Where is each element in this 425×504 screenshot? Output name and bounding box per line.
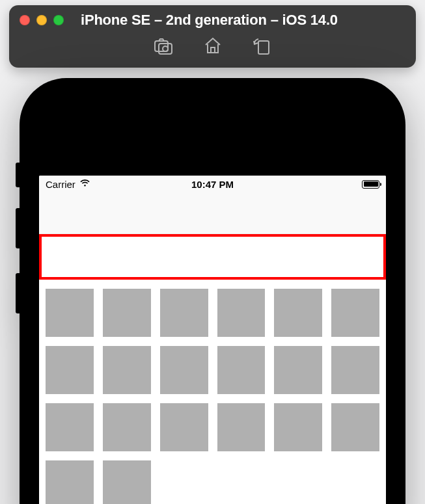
- collection-cell[interactable]: [217, 403, 266, 451]
- collection-cell[interactable]: [331, 289, 379, 337]
- clock: 10:47 PM: [157, 179, 268, 190]
- device-frame-shadow: Carrier 10:47 PM: [20, 78, 405, 504]
- collection-cell[interactable]: [274, 403, 322, 451]
- collection-cell[interactable]: [103, 346, 151, 394]
- home-button[interactable]: [202, 36, 224, 58]
- svg-rect-3: [211, 47, 215, 53]
- svg-point-2: [163, 46, 168, 51]
- simulator-toolbar: [18, 31, 407, 62]
- collection-cell[interactable]: [103, 289, 151, 337]
- home-icon: [202, 35, 223, 59]
- collection-cell[interactable]: [274, 289, 322, 337]
- device-frame: Carrier 10:47 PM: [20, 78, 405, 504]
- collection-cell[interactable]: [46, 289, 94, 337]
- silence-switch[interactable]: [16, 163, 20, 187]
- collection-cell[interactable]: [217, 346, 266, 394]
- simulator-panel: iPhone SE – 2nd generation – iOS 14.0: [9, 5, 416, 68]
- screenshot-button[interactable]: [152, 36, 174, 58]
- collection-cell[interactable]: [103, 403, 151, 451]
- collection-cell[interactable]: [160, 346, 208, 394]
- device-screen: Carrier 10:47 PM: [39, 176, 386, 504]
- collection-cell[interactable]: [274, 346, 322, 394]
- status-bar: Carrier 10:47 PM: [39, 176, 386, 192]
- camera-icon: [153, 35, 174, 59]
- collection-cell[interactable]: [46, 346, 94, 394]
- wifi-icon: [79, 178, 90, 191]
- collection-cell[interactable]: [46, 403, 94, 451]
- volume-up-button[interactable]: [16, 208, 20, 248]
- battery-icon: [362, 180, 379, 189]
- collection-cell[interactable]: [217, 289, 266, 337]
- simulator-titlebar: iPhone SE – 2nd generation – iOS 14.0: [18, 9, 407, 31]
- svg-rect-4: [258, 41, 269, 54]
- navigation-bar: [39, 192, 386, 234]
- collection-cell[interactable]: [331, 403, 379, 451]
- carrier-label: Carrier: [46, 179, 75, 190]
- simulator-title: iPhone SE – 2nd generation – iOS 14.0: [81, 12, 338, 29]
- collection-cell[interactable]: [331, 346, 379, 394]
- collection-cell[interactable]: [160, 289, 208, 337]
- volume-down-button[interactable]: [16, 273, 20, 313]
- minimize-window-button[interactable]: [36, 15, 47, 25]
- collection-view[interactable]: [39, 280, 386, 504]
- zoom-window-button[interactable]: [53, 15, 64, 25]
- collection-cell[interactable]: [160, 403, 208, 451]
- rotate-button[interactable]: [251, 36, 273, 58]
- svg-rect-1: [159, 44, 172, 54]
- collection-header-highlight: [39, 234, 386, 280]
- rotate-icon: [252, 35, 273, 59]
- collection-cell[interactable]: [46, 460, 94, 504]
- close-window-button[interactable]: [20, 15, 30, 25]
- window-controls: [20, 15, 64, 25]
- collection-cell[interactable]: [103, 460, 151, 504]
